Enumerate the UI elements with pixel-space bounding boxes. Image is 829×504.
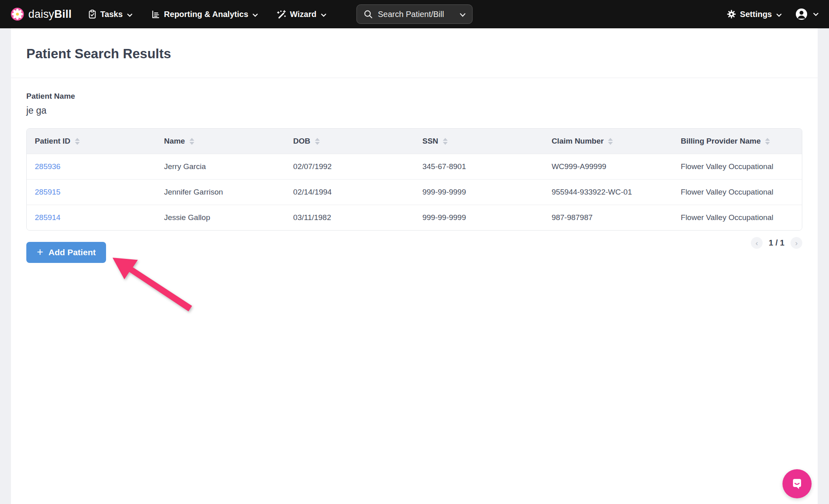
magic-wand-icon [276,9,286,19]
cell-billing-provider: Flower Valley Occupational [673,205,802,230]
main-nav: Tasks Reporting & Analytics [88,9,326,19]
cell-name: Jessie Gallop [156,205,285,230]
results-table: Patient ID Name DOB SSN Claim Number Bil… [26,128,802,231]
pagination-label: 1 / 1 [769,238,784,248]
plus-icon: + [37,247,43,258]
sort-arrows-icon [443,138,448,145]
chevron-right-icon: › [795,239,797,247]
bar-chart-icon [151,10,160,19]
cell-ssn: 999-99-9999 [414,179,543,205]
cell-billing-provider: Flower Valley Occupational [673,154,802,179]
patient-name-query: je ga [26,105,818,116]
clipboard-check-icon [88,9,97,19]
chevron-left-icon: ‹ [755,239,758,247]
nav-item-wizard[interactable]: Wizard [276,9,326,19]
column-header-dob[interactable]: DOB [285,129,414,154]
chevron-down-icon [813,11,818,18]
daisy-flower-icon [11,7,24,21]
account-menu[interactable] [795,8,818,20]
chevron-down-icon [321,10,326,19]
sort-arrows-icon [189,138,194,145]
annotation-arrow [108,251,197,316]
column-header-claim-number[interactable]: Claim Number [544,129,673,154]
page-root: daisyBill Tasks [0,0,829,504]
brand-logo[interactable]: daisyBill [11,7,72,21]
cell-dob: 02/14/1994 [285,179,414,205]
nav-label: Wizard [290,10,316,19]
pagination: ‹ 1 / 1 › [751,237,802,249]
table-header-row: Patient ID Name DOB SSN Claim Number Bil… [27,129,802,154]
cell-claim-number: WC999-A99999 [544,154,673,179]
gear-icon [727,9,736,19]
nav-item-settings[interactable]: Settings [727,9,782,19]
column-header-ssn[interactable]: SSN [414,129,543,154]
nav-label: Reporting & Analytics [164,10,248,19]
search-icon [363,9,373,19]
search-criteria: Patient Name je ga [11,92,818,116]
chevron-down-icon [127,10,132,19]
cell-name: Jennifer Garrison [156,179,285,205]
cell-ssn: 345-67-8901 [414,154,543,179]
patient-id-link[interactable]: 285936 [35,162,60,171]
cell-dob: 02/07/1992 [285,154,414,179]
cell-name: Jerry Garcia [156,154,285,179]
cell-ssn: 999-99-9999 [414,205,543,230]
cell-billing-provider: Flower Valley Occupational [673,179,802,205]
chat-launcher-button[interactable] [782,469,812,498]
patient-id-link[interactable]: 285915 [35,188,60,196]
chevron-down-icon [460,10,466,19]
page-title: Patient Search Results [26,46,818,61]
patient-name-label: Patient Name [26,92,818,101]
search-patient-bill-button[interactable]: Search Patient/Bill [357,4,473,24]
pagination-next-button[interactable]: › [791,237,802,249]
add-patient-label: Add Patient [49,248,96,257]
nav-item-tasks[interactable]: Tasks [88,9,132,19]
column-header-billing-provider[interactable]: Billing Provider Name [673,129,802,154]
brand-name: daisyBill [28,8,72,21]
nav-label: Tasks [100,10,123,19]
top-navbar: daisyBill Tasks [0,0,829,28]
user-avatar-icon [795,8,808,20]
patient-id-link[interactable]: 285914 [35,213,60,222]
sort-arrows-icon [765,138,770,145]
navbar-right: Settings [727,8,818,20]
table-row: 285936 Jerry Garcia 02/07/1992 345-67-89… [27,154,802,179]
sort-arrows-icon [75,138,80,145]
table-row: 285915 Jennifer Garrison 02/14/1994 999-… [27,179,802,205]
cell-claim-number: 987-987987 [544,205,673,230]
chat-bubble-icon [790,476,804,491]
search-label: Search Patient/Bill [378,10,444,19]
column-header-name[interactable]: Name [156,129,285,154]
cell-dob: 03/11/1982 [285,205,414,230]
chevron-down-icon [776,10,782,19]
chevron-down-icon [253,10,258,19]
nav-label: Settings [740,10,772,19]
table-row: 285914 Jessie Gallop 03/11/1982 999-99-9… [27,205,802,230]
sort-arrows-icon [315,138,320,145]
sort-arrows-icon [608,138,613,145]
pagination-prev-button[interactable]: ‹ [751,237,763,249]
cell-claim-number: 955944-933922-WC-01 [544,179,673,205]
title-divider [11,78,818,78]
nav-item-reporting-analytics[interactable]: Reporting & Analytics [151,10,258,19]
add-patient-button[interactable]: + Add Patient [26,242,106,263]
column-header-patient-id[interactable]: Patient ID [27,129,156,154]
